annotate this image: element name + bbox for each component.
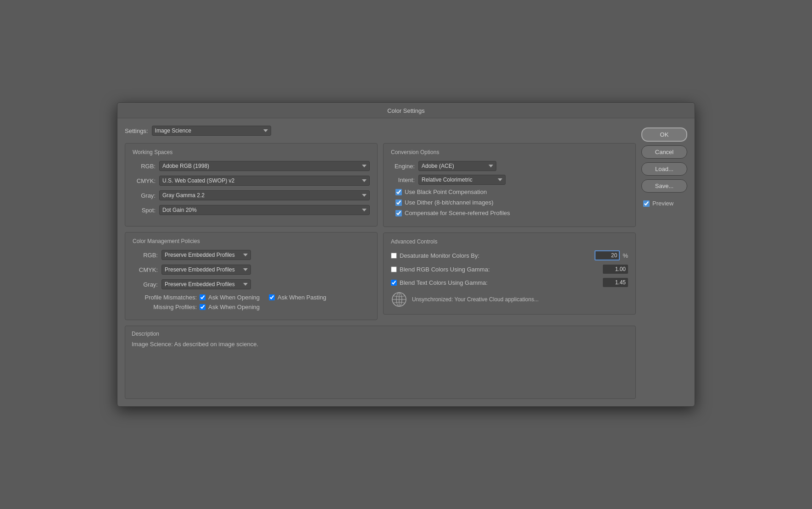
blend-rgb-label: Blend RGB Colors Using Gamma: (400, 266, 600, 273)
intent-row: Intent: Relative Colorimetric (391, 175, 628, 185)
intent-label: Intent: (391, 177, 415, 183)
engine-select[interactable]: Adobe (ACE) (418, 161, 496, 171)
main-content: Settings: Image Science Working Spaces R… (125, 126, 636, 399)
left-column: Working Spaces RGB: Adobe RGB (1998) CMY… (125, 143, 378, 320)
use-dither-checkbox[interactable] (395, 199, 402, 206)
desaturate-row: Desaturate Monitor Colors By: % (391, 250, 628, 260)
cmp-rgb-label: RGB: (133, 252, 158, 259)
cmp-cmyk-row: CMYK: Preserve Embedded Profiles (133, 265, 370, 275)
advanced-controls-panel: Advanced Controls Desaturate Monitor Col… (383, 232, 636, 315)
engine-label: Engine: (391, 163, 415, 170)
scene-referred-row: Compensate for Scene-referred Profiles (395, 210, 628, 216)
sync-row: Unsynchronized: Your Creative Cloud appl… (391, 291, 628, 308)
black-point-row: Use Black Point Compensation (395, 188, 628, 195)
missing-profiles-row: Missing Profiles: Ask When Opening (133, 304, 370, 310)
black-point-label: Use Black Point Compensation (405, 188, 487, 195)
load-button[interactable]: Load... (641, 162, 687, 176)
spot-label: Spot: (133, 207, 156, 214)
cmp-rgb-row: RGB: Preserve Embedded Profiles (133, 250, 370, 260)
blend-text-label: Blend Text Colors Using Gamma: (400, 279, 600, 286)
description-title: Description (132, 331, 629, 337)
ask-when-pasting-label: Ask When Pasting (278, 294, 326, 301)
gray-row: Gray: Gray Gamma 2.2 (133, 190, 370, 200)
cancel-button[interactable]: Cancel (641, 145, 687, 159)
cmyk-row: CMYK: U.S. Web Coated (SWOP) v2 (133, 176, 370, 186)
blend-text-input[interactable] (603, 278, 628, 287)
rgb-row: RGB: Adobe RGB (1998) (133, 161, 370, 171)
right-buttons-panel: OK Cancel Load... Save... Preview (641, 126, 687, 399)
intent-select[interactable]: Relative Colorimetric (418, 175, 506, 185)
ask-when-pasting-checkbox[interactable] (269, 294, 275, 300)
desaturate-unit: % (623, 252, 628, 259)
sync-message: Unsynchronized: Your Creative Cloud appl… (412, 296, 539, 303)
ask-when-opening-mismatch-label: Ask When Opening (208, 294, 260, 301)
color-settings-dialog: Color Settings Settings: Image Science W… (117, 102, 695, 407)
dialog-title: Color Settings (117, 103, 695, 118)
engine-row: Engine: Adobe (ACE) (391, 161, 628, 171)
color-management-title: Color Management Policies (133, 238, 370, 244)
desaturate-label: Desaturate Monitor Colors By: (400, 252, 592, 259)
blend-text-row: Blend Text Colors Using Gamma: (391, 278, 628, 287)
settings-label: Settings: (125, 127, 148, 134)
missing-profiles-label: Missing Profiles: (133, 304, 197, 310)
conversion-options-panel: Conversion Options Engine: Adobe (ACE) I… (383, 143, 636, 227)
scene-referred-label: Compensate for Scene-referred Profiles (405, 210, 510, 216)
ask-when-opening-mismatch-checkbox[interactable] (200, 294, 206, 300)
color-management-panel: Color Management Policies RGB: Preserve … (125, 232, 378, 320)
desaturate-input[interactable] (595, 250, 620, 260)
spot-select[interactable]: Dot Gain 20% (159, 205, 370, 215)
save-button[interactable]: Save... (641, 179, 687, 193)
cmp-cmyk-label: CMYK: (133, 266, 158, 273)
right-column: Conversion Options Engine: Adobe (ACE) I… (383, 143, 636, 320)
ask-when-opening-missing-label: Ask When Opening (208, 304, 260, 310)
globe-icon (391, 291, 407, 308)
blend-text-checkbox[interactable] (391, 280, 397, 286)
advanced-controls-title: Advanced Controls (391, 238, 628, 245)
preview-checkbox[interactable] (643, 200, 650, 207)
cmp-gray-label: Gray: (133, 281, 158, 288)
working-spaces-title: Working Spaces (133, 149, 370, 155)
middle-panels: Working Spaces RGB: Adobe RGB (1998) CMY… (125, 143, 636, 320)
preview-row: Preview (641, 200, 687, 207)
settings-row: Settings: Image Science (125, 126, 636, 136)
use-dither-label: Use Dither (8-bit/channel images) (405, 199, 494, 206)
rgb-select[interactable]: Adobe RGB (1998) (159, 161, 370, 171)
scene-referred-checkbox[interactable] (395, 210, 402, 216)
cmp-gray-select[interactable]: Preserve Embedded Profiles (161, 279, 251, 289)
cmp-rgb-select[interactable]: Preserve Embedded Profiles (161, 250, 251, 260)
cmyk-select[interactable]: U.S. Web Coated (SWOP) v2 (159, 176, 370, 186)
ok-button[interactable]: OK (641, 127, 687, 142)
blend-rgb-input[interactable] (603, 265, 628, 274)
cmyk-label: CMYK: (133, 177, 156, 184)
cmp-cmyk-select[interactable]: Preserve Embedded Profiles (161, 265, 251, 275)
working-spaces-panel: Working Spaces RGB: Adobe RGB (1998) CMY… (125, 143, 378, 227)
profile-mismatches-row: Profile Mismatches: Ask When Opening Ask… (133, 294, 370, 301)
black-point-checkbox[interactable] (395, 189, 402, 195)
blend-rgb-row: Blend RGB Colors Using Gamma: (391, 265, 628, 274)
rgb-label: RGB: (133, 163, 156, 170)
gray-label: Gray: (133, 192, 156, 199)
cmp-gray-row: Gray: Preserve Embedded Profiles (133, 279, 370, 289)
ask-when-opening-missing-checkbox[interactable] (200, 304, 206, 310)
profile-mismatches-label: Profile Mismatches: (133, 294, 197, 301)
preview-label: Preview (652, 200, 673, 207)
spot-row: Spot: Dot Gain 20% (133, 205, 370, 215)
description-panel: Description Image Science: As described … (125, 326, 636, 399)
use-dither-row: Use Dither (8-bit/channel images) (395, 199, 628, 206)
description-text: Image Science: As described on image sci… (132, 341, 629, 348)
gray-select[interactable]: Gray Gamma 2.2 (159, 190, 370, 200)
desaturate-checkbox[interactable] (391, 253, 397, 259)
settings-select[interactable]: Image Science (152, 126, 271, 136)
blend-rgb-checkbox[interactable] (391, 266, 397, 272)
conversion-options-title: Conversion Options (391, 149, 628, 155)
